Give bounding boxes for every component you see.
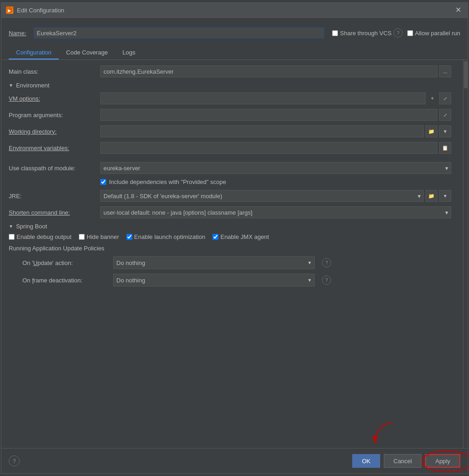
jre-dropdown-button[interactable]: ▾ [439, 190, 451, 202]
parallel-run-checkbox[interactable] [407, 30, 413, 36]
program-arguments-row: Program arguments: ⤢ [9, 109, 451, 121]
jre-select-wrapper: Default (1.8 - SDK of 'eureka-server' mo… [100, 190, 424, 202]
name-row: Name: Share through VCS ? Allow parallel… [1, 22, 468, 39]
hide-banner-item: Hide banner [79, 233, 119, 240]
enable-launch-optimization-item: Enable launch optimization [126, 233, 205, 240]
working-directory-row: Working directory: 📁 ▾ [9, 125, 451, 137]
vm-options-input[interactable] [100, 92, 425, 104]
shorten-command-input-area: user-local default: none - java [options… [100, 206, 451, 218]
hide-banner-checkbox[interactable] [79, 234, 85, 240]
enable-jmx-agent-label: Enable JMX agent [220, 233, 269, 240]
ok-button[interactable]: OK [352, 454, 380, 468]
program-arguments-input-area: ⤢ [100, 109, 451, 121]
on-frame-deactivation-select[interactable]: Do nothing Update classes and resources … [113, 274, 315, 287]
footer-buttons: OK Cancel Apply [352, 454, 460, 468]
environment-section-header[interactable]: ▼ Environment [9, 82, 451, 89]
on-update-action-label: On 'Update' action: [22, 260, 109, 266]
main-class-input[interactable] [100, 65, 437, 77]
enable-launch-optimization-checkbox[interactable] [126, 234, 132, 240]
tabs-bar: Configuration Code Coverage Logs [1, 43, 468, 60]
shorten-command-label: Shorten command line: [9, 209, 100, 216]
classpath-select-wrapper: eureka-server [100, 162, 451, 174]
environment-collapse-icon: ▼ [9, 83, 13, 88]
apply-button-wrapper: Apply [425, 454, 460, 468]
environment-variables-label: Environment variables: [9, 145, 100, 151]
share-vcs-help-icon[interactable]: ? [393, 28, 403, 38]
on-frame-deactivation-help-icon[interactable]: ? [322, 276, 331, 285]
main-class-row: Main class: ... [9, 65, 451, 77]
working-directory-input[interactable] [100, 125, 424, 137]
scrollbar-thumb[interactable] [464, 61, 468, 88]
enable-jmx-agent-checkbox[interactable] [213, 234, 218, 240]
on-frame-deactivation-select-wrapper: Do nothing Update classes and resources … [113, 274, 315, 287]
parallel-run-label: Allow parallel run [415, 30, 460, 37]
svg-text:▶: ▶ [8, 8, 11, 13]
on-update-action-select-wrapper: Do nothing Update classes and resources … [113, 256, 315, 269]
tab-logs[interactable]: Logs [115, 46, 142, 60]
dialog-title: Edit Configuration [17, 7, 450, 14]
working-directory-browse-button[interactable]: 📁 [425, 125, 437, 137]
on-update-action-select[interactable]: Do nothing Update classes and resources … [113, 256, 315, 269]
on-frame-deactivation-row: On frame deactivation: Do nothing Update… [9, 274, 451, 287]
environment-variables-input[interactable] [100, 142, 437, 154]
vm-options-fullscreen-button[interactable]: ⤢ [439, 92, 451, 104]
include-dependencies-checkbox[interactable] [100, 179, 106, 185]
apply-button[interactable]: Apply [425, 454, 460, 468]
vm-options-expand-button[interactable]: + [427, 92, 437, 104]
environment-variables-row: Environment variables: 📋 [9, 142, 451, 154]
spring-boot-collapse-icon: ▼ [9, 224, 13, 229]
enable-debug-output-item: Enable debug output [9, 233, 71, 240]
app-icon: ▶ [6, 6, 13, 14]
classpath-select[interactable]: eureka-server [100, 162, 451, 174]
working-directory-input-area: 📁 ▾ [100, 125, 451, 137]
program-arguments-label: Program arguments: [9, 112, 100, 119]
cancel-button[interactable]: Cancel [384, 454, 421, 468]
on-update-help-icon[interactable]: ? [322, 258, 331, 267]
include-dependencies-label: Include dependencies with "Provided" sco… [109, 178, 226, 185]
share-vcs-group: Share through VCS ? [332, 28, 403, 38]
name-label: Name: [9, 30, 26, 37]
classpath-input-area: eureka-server [100, 162, 451, 174]
on-update-action-row: On 'Update' action: Do nothing Update cl… [9, 256, 451, 269]
program-arguments-input[interactable] [100, 109, 437, 121]
shorten-command-select-wrapper: user-local default: none - java [options… [100, 206, 451, 218]
enable-debug-output-label: Enable debug output [16, 233, 71, 240]
share-vcs-checkbox[interactable] [332, 30, 338, 36]
jre-label: JRE: [9, 193, 100, 200]
tab-configuration[interactable]: Configuration [9, 46, 59, 60]
working-directory-dropdown-button[interactable]: ▾ [439, 125, 451, 137]
enable-launch-optimization-label: Enable launch optimization [134, 233, 205, 240]
include-dependencies-row: Include dependencies with "Provided" sco… [100, 178, 451, 185]
title-bar: ▶ Edit Configuration ✕ [1, 3, 468, 18]
edit-configuration-dialog: ▶ Edit Configuration ✕ Name: Share throu… [1, 2, 468, 474]
scrollbar[interactable] [463, 60, 468, 448]
jre-browse-button[interactable]: 📁 [425, 190, 437, 202]
name-input[interactable] [33, 27, 325, 39]
environment-variables-input-area: 📋 [100, 142, 451, 154]
jre-input-area: Default (1.8 - SDK of 'eureka-server' mo… [100, 190, 451, 202]
hide-banner-label: Hide banner [87, 233, 119, 240]
shorten-command-select[interactable]: user-local default: none - java [options… [100, 206, 451, 218]
footer-help-button[interactable]: ? [9, 455, 20, 466]
spring-boot-section: ▼ Spring Boot Enable debug output Hide b… [9, 223, 451, 287]
header-options: Share through VCS ? Allow parallel run [332, 28, 460, 38]
enable-debug-output-checkbox[interactable] [9, 234, 15, 240]
jre-row: JRE: Default (1.8 - SDK of 'eureka-serve… [9, 190, 451, 202]
program-arguments-expand-button[interactable]: ⤢ [439, 109, 451, 121]
vm-options-input-area: + ⤢ [100, 92, 451, 104]
vm-options-row: VM options: + ⤢ [9, 92, 451, 104]
running-update-label: Running Application Update Policies [9, 245, 451, 252]
main-class-browse-button[interactable]: ... [439, 65, 451, 77]
main-class-input-area: ... [100, 65, 451, 77]
main-class-label: Main class: [9, 68, 100, 75]
environment-variables-edit-button[interactable]: 📋 [439, 142, 451, 154]
shorten-command-row: Shorten command line: user-local default… [9, 206, 451, 218]
close-button[interactable]: ✕ [453, 5, 463, 15]
tab-code-coverage[interactable]: Code Coverage [59, 46, 115, 60]
jre-select[interactable]: Default (1.8 - SDK of 'eureka-server' mo… [100, 190, 424, 202]
share-vcs-label: Share through VCS [340, 30, 392, 37]
spring-boot-section-header[interactable]: ▼ Spring Boot [9, 223, 451, 230]
main-area: Main class: ... ▼ Environment VM options… [1, 60, 468, 448]
working-directory-label: Working directory: [9, 128, 100, 135]
dialog-footer: ? OK Cancel Apply [1, 448, 468, 473]
